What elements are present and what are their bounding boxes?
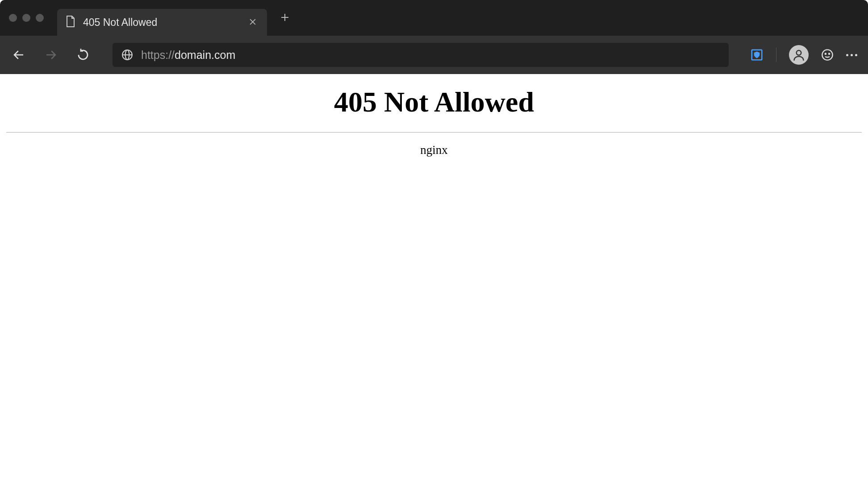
svg-point-9 <box>822 50 832 60</box>
url-domain: domain.com <box>175 49 235 61</box>
feedback-icon[interactable] <box>821 49 834 61</box>
site-info-icon[interactable] <box>121 49 133 61</box>
back-button[interactable] <box>11 47 27 63</box>
forward-button[interactable] <box>43 47 59 63</box>
more-menu-button[interactable] <box>846 54 857 56</box>
address-bar[interactable]: https://domain.com <box>113 43 729 67</box>
close-tab-button[interactable] <box>246 15 259 30</box>
toolbar-divider <box>776 48 776 62</box>
refresh-button[interactable] <box>75 47 91 63</box>
page-viewport: 405 Not Allowed nginx <box>0 74 868 497</box>
tab-bar: 405 Not Allowed <box>0 0 868 36</box>
window-minimize-button[interactable] <box>22 14 30 22</box>
tab-title: 405 Not Allowed <box>83 17 239 29</box>
page-icon <box>65 15 76 29</box>
server-name: nginx <box>6 143 862 157</box>
profile-avatar[interactable] <box>789 45 809 65</box>
tracking-prevention-icon[interactable] <box>750 48 764 62</box>
toolbar-right <box>750 45 857 65</box>
browser-window-chrome: 405 Not Allowed <box>0 0 868 74</box>
window-controls <box>9 14 44 22</box>
browser-tab[interactable]: 405 Not Allowed <box>57 9 267 36</box>
window-close-button[interactable] <box>9 14 17 22</box>
browser-toolbar: https://domain.com <box>0 36 868 74</box>
url-text[interactable]: https://domain.com <box>141 49 720 62</box>
error-heading: 405 Not Allowed <box>6 86 862 119</box>
url-protocol: https:// <box>141 49 175 61</box>
window-maximize-button[interactable] <box>36 14 44 22</box>
new-tab-button[interactable] <box>276 7 294 29</box>
svg-point-11 <box>829 54 830 54</box>
svg-point-8 <box>797 50 801 55</box>
divider-rule <box>6 132 862 133</box>
svg-point-10 <box>825 54 826 54</box>
